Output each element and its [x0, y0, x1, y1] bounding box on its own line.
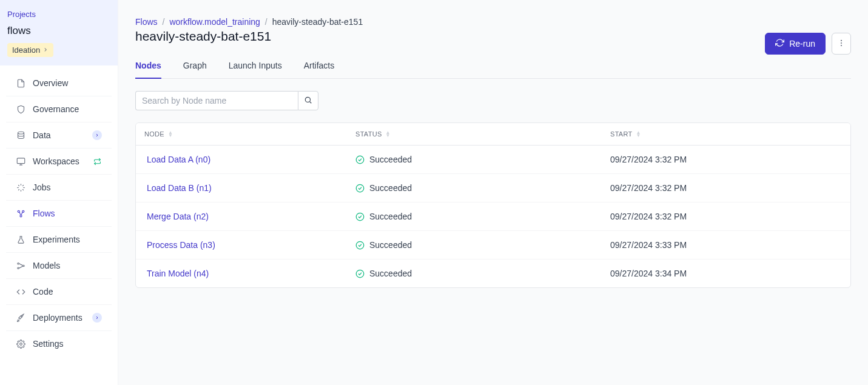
start-time: 09/27/2024 3:33 PM	[610, 240, 687, 250]
sidebar-item-flows[interactable]: Flows	[6, 201, 112, 227]
breadcrumb-flows[interactable]: Flows	[135, 17, 158, 27]
project-name: flows	[7, 25, 110, 37]
sidebar-item-settings[interactable]: Settings	[6, 331, 112, 357]
svg-rect-1	[17, 158, 25, 163]
chevron-right-icon	[42, 45, 49, 55]
tab-launch-inputs[interactable]: Launch Inputs	[229, 55, 282, 79]
table-row: Merge Data (n2)Succeeded09/27/2024 3:32 …	[136, 203, 850, 231]
status-text: Succeeded	[369, 269, 412, 278]
start-time: 09/27/2024 3:32 PM	[610, 155, 687, 164]
column-header-start[interactable]: START ▲▼	[610, 130, 641, 138]
file-icon	[16, 78, 25, 88]
database-icon	[16, 130, 25, 140]
sidebar-item-models[interactable]: Models	[6, 253, 112, 279]
sidebar-item-data[interactable]: Data	[6, 122, 112, 149]
search-button[interactable]	[298, 91, 318, 110]
status-text: Succeeded	[369, 212, 412, 221]
sidebar-item-governance[interactable]: Governance	[6, 96, 112, 122]
svg-line-7	[22, 189, 24, 190]
sidebar-item-overview[interactable]: Overview	[6, 70, 112, 96]
sidebar-item-label: Jobs	[33, 182, 102, 192]
page-title: heavily-steady-bat-e151	[135, 29, 765, 44]
success-check-icon	[355, 155, 365, 164]
project-stage-badge[interactable]: Ideation	[7, 43, 53, 57]
svg-point-24	[356, 156, 364, 164]
svg-point-21	[841, 45, 842, 46]
svg-point-15	[17, 263, 19, 264]
sidebar-header: Projects flows Ideation	[0, 0, 118, 65]
node-link[interactable]: Load Data A (n0)	[147, 155, 210, 164]
chevron-right-badge-icon	[92, 130, 102, 140]
more-vertical-icon	[837, 39, 846, 49]
projects-link[interactable]: Projects	[7, 10, 110, 19]
svg-point-27	[356, 241, 364, 249]
flask-icon	[16, 235, 25, 244]
sidebar-item-label: Overview	[33, 78, 102, 88]
status-text: Succeeded	[369, 155, 412, 164]
success-check-icon	[355, 241, 365, 250]
rerun-button[interactable]: Re-run	[765, 33, 826, 55]
sidebar-item-label: Settings	[33, 339, 102, 349]
svg-line-10	[18, 189, 19, 190]
table-row: Process Data (n3)Succeeded09/27/2024 3:3…	[136, 231, 850, 259]
shield-icon	[16, 104, 25, 114]
svg-point-0	[18, 132, 24, 134]
sidebar-item-jobs[interactable]: Jobs	[6, 175, 112, 201]
svg-line-6	[18, 185, 19, 186]
sidebar-item-label: Data	[33, 130, 85, 140]
nodes-table: NODE ▲▼ STATUS ▲▼ START ▲▼	[135, 122, 851, 288]
loader-icon	[16, 182, 25, 192]
breadcrumb-separator: /	[265, 17, 267, 27]
svg-point-19	[841, 39, 842, 41]
node-link[interactable]: Process Data (n3)	[147, 240, 215, 250]
page-actions: Re-run	[765, 33, 851, 55]
sidebar-item-deployments[interactable]: Deployments	[6, 305, 112, 331]
status-text: Succeeded	[369, 183, 412, 193]
tab-graph[interactable]: Graph	[183, 55, 207, 79]
svg-point-18	[19, 343, 22, 345]
sidebar-item-experiments[interactable]: Experiments	[6, 227, 112, 253]
svg-line-23	[310, 101, 312, 103]
monitor-icon	[16, 156, 25, 166]
sidebar-item-label: Governance	[33, 104, 102, 114]
tab-artifacts[interactable]: Artifacts	[304, 55, 335, 79]
svg-point-13	[22, 210, 24, 212]
success-check-icon	[355, 184, 365, 193]
tab-nodes[interactable]: Nodes	[135, 55, 161, 79]
svg-point-16	[17, 267, 19, 269]
node-link[interactable]: Train Model (n4)	[147, 269, 209, 278]
node-link[interactable]: Merge Data (n2)	[147, 212, 209, 221]
svg-point-20	[841, 42, 842, 43]
column-header-status[interactable]: STATUS ▲▼	[355, 130, 391, 138]
more-actions-button[interactable]	[832, 33, 851, 55]
sort-icon: ▲▼	[386, 131, 391, 137]
success-check-icon	[355, 269, 365, 278]
sidebar-item-label: Flows	[33, 209, 102, 218]
search-input[interactable]	[135, 91, 298, 110]
success-check-icon	[355, 212, 365, 221]
column-header-label: START	[610, 130, 633, 138]
sidebar-nav: OverviewGovernanceDataWorkspacesJobsFlow…	[0, 65, 118, 361]
svg-line-11	[22, 185, 24, 186]
status-text: Succeeded	[369, 240, 412, 250]
column-header-node[interactable]: NODE ▲▼	[144, 130, 173, 138]
main-content: Flows / workflow.model_training / heavil…	[118, 0, 868, 385]
project-stage-label: Ideation	[12, 45, 40, 55]
node-link[interactable]: Load Data B (n1)	[147, 183, 212, 193]
sidebar-item-workspaces[interactable]: Workspaces	[6, 149, 112, 175]
sidebar-item-label: Workspaces	[33, 156, 85, 166]
sort-icon: ▲▼	[168, 131, 173, 137]
model-icon	[16, 261, 25, 270]
breadcrumb: Flows / workflow.model_training / heavil…	[135, 17, 765, 27]
sidebar-item-label: Deployments	[33, 313, 85, 323]
gear-icon	[16, 339, 25, 349]
svg-point-17	[22, 265, 24, 267]
sidebar: Projects flows Ideation OverviewGovernan…	[0, 0, 118, 385]
breadcrumb-workflow[interactable]: workflow.model_training	[169, 17, 260, 27]
breadcrumb-current: heavily-steady-bat-e151	[272, 17, 363, 27]
chevron-right-badge-icon	[92, 313, 102, 323]
rocket-icon	[16, 313, 25, 323]
code-icon	[16, 287, 25, 296]
sidebar-item-code[interactable]: Code	[6, 279, 112, 305]
svg-point-25	[356, 184, 364, 192]
